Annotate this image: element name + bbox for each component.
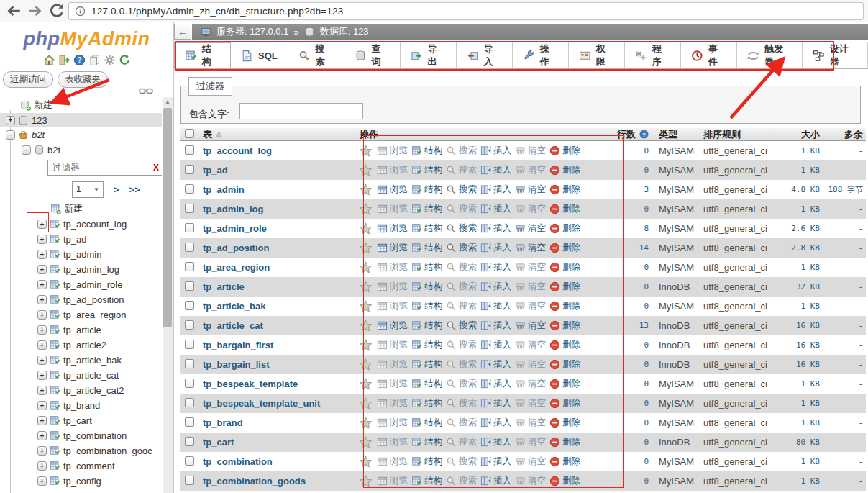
search-link[interactable]: 搜索 <box>446 339 477 351</box>
search-link[interactable]: 搜索 <box>446 164 477 176</box>
empty-link[interactable]: 清空 <box>515 281 546 293</box>
empty-link[interactable]: 清空 <box>515 145 546 157</box>
structure-link[interactable]: 结构 <box>411 320 442 332</box>
sort-asc-icon[interactable] <box>216 131 222 137</box>
drop-link[interactable]: 删除 <box>549 281 580 293</box>
drop-link[interactable]: 删除 <box>549 242 580 254</box>
tree-table-item[interactable]: tp_ad_position <box>63 294 124 305</box>
collation[interactable]: utf8_general_ci <box>700 359 778 370</box>
next-page-link[interactable]: > <box>114 184 119 195</box>
empty-link[interactable]: 清空 <box>515 417 546 429</box>
header-table[interactable]: 表 <box>203 128 212 141</box>
favorite-star-icon[interactable] <box>360 397 372 410</box>
tree-new-table[interactable]: 新建 <box>64 202 83 215</box>
empty-link[interactable]: 清空 <box>515 436 546 448</box>
insert-link[interactable]: 插入 <box>480 261 511 273</box>
collation[interactable]: utf8_general_ci <box>700 281 778 292</box>
refresh-icon[interactable] <box>119 54 131 66</box>
tab-3[interactable]: 查询 <box>344 42 401 68</box>
empty-link[interactable]: 清空 <box>515 261 546 273</box>
favorite-star-icon[interactable] <box>360 378 372 390</box>
structure-link[interactable]: 结构 <box>411 203 442 215</box>
tree-expander[interactable]: + <box>37 325 47 335</box>
collation[interactable]: utf8_general_ci <box>700 204 778 214</box>
structure-link[interactable]: 结构 <box>411 397 442 410</box>
favorite-star-icon[interactable] <box>360 475 372 487</box>
sidebar-scrollbar[interactable]: ▲ <box>163 97 173 493</box>
tree-table-item[interactable]: tp_admin <box>63 249 101 260</box>
browse-link[interactable]: 浏览 <box>377 184 408 196</box>
empty-link[interactable]: 清空 <box>515 203 546 215</box>
insert-link[interactable]: 插入 <box>480 145 511 157</box>
row-checkbox[interactable] <box>185 281 194 291</box>
browse-link[interactable]: 浏览 <box>377 475 408 487</box>
search-link[interactable]: 搜索 <box>446 145 477 157</box>
table-name-link[interactable]: tp_admin_role <box>203 223 267 234</box>
browse-link[interactable]: 浏览 <box>377 281 408 293</box>
row-checkbox[interactable] <box>185 417 194 427</box>
table-name-link[interactable]: tp_bespeak_template_unit <box>203 398 320 409</box>
tab-sql[interactable]: SQL <box>231 42 288 68</box>
insert-link[interactable]: 插入 <box>480 320 511 332</box>
table-name-link[interactable]: tp_area_region <box>203 262 270 273</box>
row-checkbox[interactable] <box>185 204 194 213</box>
table-name-link[interactable]: tp_cart <box>203 437 234 448</box>
drop-link[interactable]: 删除 <box>549 417 580 429</box>
browse-link[interactable]: 浏览 <box>377 261 408 273</box>
collation[interactable]: utf8_general_ci <box>700 165 778 176</box>
collation[interactable]: utf8_general_ci <box>700 145 778 156</box>
tree-expander[interactable]: + <box>37 265 47 274</box>
tree-filter-input[interactable] <box>51 162 150 173</box>
drop-link[interactable]: 删除 <box>549 164 580 176</box>
search-link[interactable]: 搜索 <box>446 456 477 468</box>
structure-link[interactable]: 结构 <box>411 378 442 390</box>
tree-table-item[interactable]: tp_article_bak <box>63 355 122 366</box>
search-link[interactable]: 搜索 <box>446 261 477 273</box>
tree-table-item[interactable]: tp_article2 <box>63 340 106 350</box>
favorite-star-icon[interactable] <box>360 222 372 235</box>
empty-link[interactable]: 清空 <box>515 475 546 487</box>
drop-link[interactable]: 删除 <box>549 436 580 448</box>
tree-table-item[interactable]: tp_account_log <box>63 219 127 230</box>
drop-link[interactable]: 删除 <box>549 261 580 273</box>
tree-expander[interactable]: + <box>37 356 47 365</box>
tab-2[interactable]: 搜索 <box>288 42 344 68</box>
search-link[interactable]: 搜索 <box>446 184 477 196</box>
empty-link[interactable]: 清空 <box>515 242 546 254</box>
collation[interactable]: utf8_general_ci <box>700 340 778 350</box>
row-checkbox[interactable] <box>185 223 194 232</box>
tree-expander[interactable]: + <box>37 235 47 244</box>
insert-link[interactable]: 插入 <box>480 184 511 196</box>
browse-link[interactable]: 浏览 <box>377 145 408 157</box>
header-size[interactable]: 大小 <box>778 128 820 141</box>
table-name-link[interactable]: tp_bargain_first <box>203 340 273 350</box>
search-link[interactable]: 搜索 <box>446 475 477 487</box>
row-checkbox[interactable] <box>185 359 194 368</box>
search-link[interactable]: 搜索 <box>446 358 477 371</box>
last-page-link[interactable]: >> <box>129 184 140 195</box>
insert-link[interactable]: 插入 <box>480 222 511 235</box>
tree-expander[interactable]: + <box>6 116 15 125</box>
header-rows[interactable]: 行数 <box>617 128 636 141</box>
select-all-checkbox[interactable] <box>185 129 194 138</box>
insert-link[interactable]: 插入 <box>480 378 511 390</box>
collation[interactable]: utf8_general_ci <box>700 437 778 448</box>
tree-expander[interactable]: + <box>37 386 47 395</box>
search-link[interactable]: 搜索 <box>446 281 477 293</box>
browse-link[interactable]: 浏览 <box>377 358 408 371</box>
favorite-star-icon[interactable] <box>360 456 372 468</box>
tab-8[interactable]: 程序 <box>625 42 681 68</box>
favorite-star-icon[interactable] <box>360 339 372 351</box>
collapse-navigation-button[interactable]: ← <box>174 24 191 40</box>
tree-table-item[interactable]: tp_combination <box>63 430 127 441</box>
favorite-star-icon[interactable] <box>360 203 372 215</box>
help-icon[interactable]: ? <box>73 54 86 66</box>
insert-link[interactable]: 插入 <box>480 456 511 468</box>
empty-link[interactable]: 清空 <box>515 456 546 468</box>
tree-expander[interactable]: + <box>37 340 47 350</box>
structure-link[interactable]: 结构 <box>411 184 442 196</box>
structure-link[interactable]: 结构 <box>411 222 442 235</box>
drop-link[interactable]: 删除 <box>549 300 580 312</box>
row-checkbox[interactable] <box>185 243 194 252</box>
phpmyadmin-logo[interactable]: phpMyAdmin <box>0 28 173 50</box>
